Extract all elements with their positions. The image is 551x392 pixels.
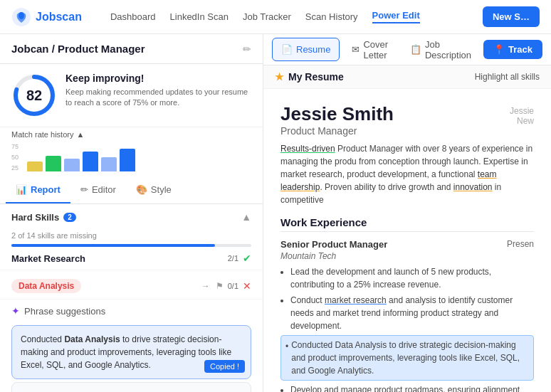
flag-icon[interactable]: ⚑ — [216, 281, 224, 291]
tab-job-description[interactable]: 📋 Job Description — [401, 34, 481, 67]
skills-badge: 2 — [63, 213, 76, 222]
cover-letter-tab-label: Cover Letter — [363, 39, 389, 60]
score-value: 82 — [26, 88, 42, 104]
tab-report-label: Report — [31, 184, 61, 195]
highlighted-bullet-text: Conducted Data Analysis to drive strateg… — [291, 339, 529, 377]
y-axis-labels: 75 50 25 — [11, 143, 19, 171]
logo-text: Jobscan — [36, 11, 82, 23]
arrow-right-icon[interactable]: → — [201, 281, 210, 291]
bar-6 — [120, 149, 135, 171]
match-rate-section: Match rate history ▲ 75 50 25 — [0, 127, 263, 177]
nav-scan-history[interactable]: Scan History — [305, 11, 358, 22]
phrase-suggestions-label: Phrase suggestions — [24, 306, 105, 317]
skill-market-research-score: 2/1 — [228, 254, 238, 263]
resume-job-title: Product Manager — [280, 125, 394, 137]
y-label-75: 75 — [11, 143, 19, 150]
resume-name-extra: Jessie — [510, 106, 534, 116]
resume-name: Jessie Smith — [280, 103, 394, 125]
innovation-highlight: innovation — [453, 182, 493, 192]
work-experience-title: Work Experience — [280, 216, 534, 232]
job-1-bullet-4: Develop and manage product roadmaps, ens… — [290, 383, 534, 392]
tab-editor-label: Editor — [92, 184, 116, 195]
main-layout: Jobcan / Product Manager ✏ 82 Keep impro… — [0, 34, 551, 392]
top-nav: Jobscan Dashboard LinkedIn Scan Job Trac… — [0, 0, 551, 34]
skill-actions: → ⚑ — [201, 281, 224, 291]
tab-cover-letter[interactable]: ✉ Cover Letter — [342, 34, 398, 67]
job-1-bullets: Lead the development and launch of 5 new… — [280, 265, 534, 392]
y-label-50: 50 — [11, 154, 19, 161]
phrase-suggestions-row[interactable]: ✦ Phrase suggestions — [0, 300, 263, 322]
new-scan-button[interactable]: New S… — [483, 6, 540, 27]
svg-point-1 — [19, 12, 24, 19]
left-header: Jobcan / Product Manager ✏ — [0, 34, 263, 64]
logo: Jobscan — [11, 7, 82, 27]
nav-job-tracker[interactable]: Job Tracker — [243, 11, 291, 22]
job-1-date: Presen — [507, 239, 534, 249]
left-tabs: 📊 Report ✏ Editor 🎨 Style — [0, 177, 263, 204]
track-tab-icon: 📍 — [493, 44, 505, 55]
skill-data-analysis-score: 0/1 — [228, 282, 238, 290]
left-panel: Jobcan / Product Manager ✏ 82 Keep impro… — [0, 34, 263, 392]
nav-dashboard[interactable]: Dashboard — [110, 11, 156, 22]
skill-data-analysis-right: → ⚑ 0/1 ✕ — [201, 280, 251, 292]
tab-track[interactable]: 📍 Track — [483, 40, 542, 59]
resume-new-label: New — [510, 116, 534, 126]
score-section: 82 Keep improving! Keep making recommend… — [0, 64, 263, 127]
match-rate-label: Match rate history — [11, 130, 73, 139]
hard-skills-label: Hard Skills — [11, 212, 59, 223]
skill-market-research-row: Market Research 2/1 ✔ — [11, 253, 251, 264]
suggestion-card-1: Conducted Data Analysis to drive strateg… — [11, 325, 251, 379]
score-circle: 82 — [11, 73, 57, 118]
tab-editor[interactable]: ✏ Editor — [70, 177, 126, 203]
report-icon: 📊 — [16, 184, 27, 195]
bar-1 — [27, 161, 43, 171]
bar-5 — [101, 157, 117, 171]
job-1-bullet-3-container: • Conducted Data Analysis to drive strat… — [280, 335, 534, 381]
my-resume-label: My Resume — [288, 71, 344, 83]
match-rate-header[interactable]: Match rate history ▲ — [11, 130, 251, 139]
tab-report[interactable]: 📊 Report — [6, 177, 70, 203]
job-1-bullet-1: Lead the development and launch of 5 new… — [290, 265, 534, 291]
skill-market-research: Market Research 2/1 ✔ — [0, 247, 263, 270]
tab-style[interactable]: 🎨 Style — [126, 177, 182, 203]
job-1-company: Mountain Tech — [280, 251, 534, 261]
skills-expand-icon[interactable]: ▲ — [241, 211, 251, 223]
job-desc-tab-icon: 📋 — [410, 44, 421, 55]
star-icon: ★ — [275, 71, 284, 83]
resume-header: ★ My Resume Highlight all skills — [263, 65, 551, 89]
right-panel: 📄 Resume ✉ Cover Letter 📋 Job Descriptio… — [263, 34, 551, 392]
skill-data-analysis: Data Analysis → ⚑ 0/1 ✕ — [0, 270, 263, 300]
copied-button-1[interactable]: Copied ! — [204, 360, 245, 373]
skills-section: Hard Skills 2 ▲ 2 of 14 skills are missi… — [0, 204, 263, 392]
edit-icon[interactable]: ✏ — [243, 43, 251, 55]
job-1-title: Senior Product Manager — [280, 239, 387, 250]
score-info: Keep improving! Keep making recommended … — [65, 73, 251, 109]
my-resume-label-row: ★ My Resume — [275, 71, 344, 83]
skills-missing-text: 2 of 14 skills are missing — [0, 231, 263, 240]
editor-icon: ✏ — [80, 184, 88, 195]
bar-chart — [27, 143, 135, 171]
job-1-header: Senior Product Manager Presen — [280, 239, 534, 250]
logo-icon — [11, 7, 31, 27]
skill-data-analysis-row: Data Analysis → ⚑ 0/1 ✕ — [11, 279, 251, 293]
left-title: Jobcan / Product Manager — [11, 43, 145, 55]
resume-summary: Results-driven Product Manager with over… — [280, 142, 534, 206]
highlighted-bullet: • Conducted Data Analysis to drive strat… — [280, 335, 534, 381]
bar-2 — [46, 156, 61, 171]
resume-tab-label: Resume — [296, 44, 330, 55]
bar-3 — [64, 159, 80, 171]
check-icon: ✔ — [243, 253, 251, 264]
highlight-all-skills-button[interactable]: Highlight all skills — [475, 72, 540, 82]
skills-title-row: Hard Skills 2 — [11, 212, 76, 223]
nav-power-edit[interactable]: Power Edit — [372, 10, 420, 23]
chevron-up-icon: ▲ — [76, 130, 84, 139]
tab-resume[interactable]: 📄 Resume — [272, 38, 340, 61]
score-title: Keep improving! — [65, 73, 251, 84]
score-desc: Keep making recommended updates to your … — [65, 87, 251, 109]
skill-data-analysis-pill: Data Analysis — [11, 279, 81, 293]
market-research-underline: market research — [325, 295, 387, 305]
results-driven-highlight: Results-driven — [280, 144, 335, 154]
nav-linkedin-scan[interactable]: LinkedIn Scan — [170, 11, 229, 22]
resume-tab-icon: 📄 — [281, 44, 293, 55]
sparkle-icon: ✦ — [11, 305, 20, 317]
